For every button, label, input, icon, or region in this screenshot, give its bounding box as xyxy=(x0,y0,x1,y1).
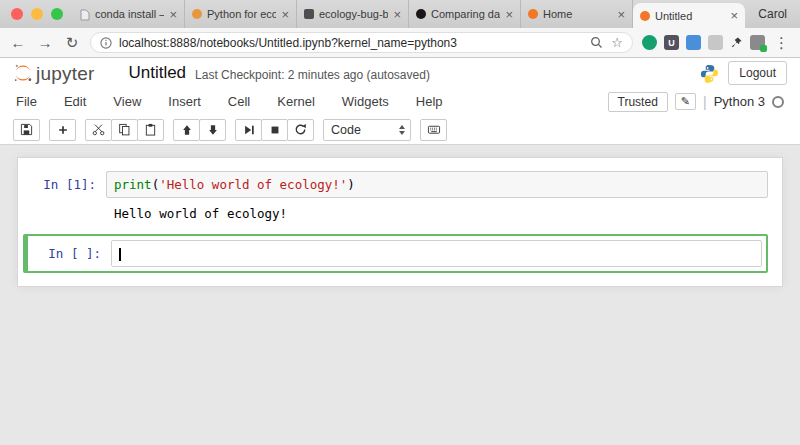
plus-icon xyxy=(57,124,69,136)
jupyter-logo-icon xyxy=(13,63,33,83)
copy-icon xyxy=(118,123,131,136)
extension-icon-ublock[interactable]: U xyxy=(664,35,679,50)
url-text[interactable]: localhost:8888/notebooks/Untitled.ipynb?… xyxy=(119,36,583,50)
code-paren: ) xyxy=(347,177,355,192)
menu-edit[interactable]: Edit xyxy=(64,94,86,109)
pin-icon[interactable] xyxy=(730,36,743,49)
dropdown-caret-icon xyxy=(399,125,405,135)
tab-close-icon[interactable]: × xyxy=(169,8,177,21)
edit-title-pencil-icon[interactable]: ✎ xyxy=(675,93,696,110)
jupyter-favicon-icon xyxy=(640,11,650,21)
page-info-icon[interactable] xyxy=(100,37,112,49)
jupyter-logo[interactable]: jupyter xyxy=(13,63,94,83)
notebook-title[interactable]: Untitled xyxy=(128,63,186,83)
menu-kernel[interactable]: Kernel xyxy=(277,94,315,109)
extension-icon-gray[interactable] xyxy=(708,35,723,50)
run-icon xyxy=(243,124,255,136)
cut-cell-button[interactable] xyxy=(85,119,112,141)
browser-tab-ecology-bug-bbq[interactable]: ecology-bug-bbq × xyxy=(297,0,409,28)
site-favicon-icon xyxy=(192,9,202,19)
code-cell-1[interactable]: In [1]: print('Hello world of ecology!') xyxy=(18,171,782,198)
keyboard-icon xyxy=(427,123,441,136)
arrow-down-icon xyxy=(207,124,219,136)
reload-icon[interactable]: ↻ xyxy=(63,35,81,50)
code-cell-2-selected[interactable]: In [ ]: xyxy=(23,234,768,273)
bookmark-star-icon[interactable]: ☆ xyxy=(611,36,623,49)
browser-tab-untitled-active[interactable]: Untitled × xyxy=(633,3,745,28)
restart-kernel-button[interactable] xyxy=(287,119,314,141)
save-icon xyxy=(20,123,33,136)
forward-icon[interactable]: → xyxy=(36,35,54,50)
document-favicon-icon xyxy=(80,9,90,19)
tab-close-icon[interactable]: × xyxy=(281,8,289,21)
cell-type-dropdown[interactable]: Code xyxy=(323,119,411,141)
menu-file[interactable]: File xyxy=(16,94,37,109)
github-favicon-icon xyxy=(416,9,426,19)
tab-close-icon[interactable]: × xyxy=(393,8,401,21)
close-window-button[interactable] xyxy=(11,8,23,20)
tab-close-icon[interactable]: × xyxy=(617,8,625,21)
browser-tab-comparing-datac[interactable]: Comparing dataca × xyxy=(409,0,521,28)
code-string: 'Hello world of ecology!' xyxy=(159,177,347,192)
kernel-name: Python 3 xyxy=(714,94,765,109)
python-logo-icon xyxy=(700,64,719,83)
restart-icon xyxy=(294,123,307,136)
tab-strip: conda install — C × Python for ecolog × … xyxy=(73,0,745,28)
cell-1-output-area: Hello world of ecology! xyxy=(18,198,782,232)
browser-window: conda install — C × Python for ecolog × … xyxy=(0,0,800,445)
tab-title: Untitled xyxy=(655,10,725,22)
code-input-1[interactable]: print('Hello world of ecology!') xyxy=(106,171,768,198)
output-prompt-spacer xyxy=(18,206,106,221)
paste-cell-button[interactable] xyxy=(137,119,164,141)
browser-tab-conda-install[interactable]: conda install — C × xyxy=(73,0,185,28)
input-prompt: In [1]: xyxy=(18,171,106,192)
url-bar[interactable]: localhost:8888/notebooks/Untitled.ipynb?… xyxy=(90,32,633,53)
site-favicon-icon xyxy=(304,9,314,19)
minimize-window-button[interactable] xyxy=(31,8,43,20)
back-icon[interactable]: ← xyxy=(9,35,27,50)
kernel-divider: | xyxy=(703,94,707,110)
extension-icon-green[interactable] xyxy=(642,35,657,50)
menu-insert[interactable]: Insert xyxy=(168,94,201,109)
move-cell-up-button[interactable] xyxy=(173,119,200,141)
jupyter-favicon-icon xyxy=(528,9,538,19)
move-cell-down-button[interactable] xyxy=(199,119,226,141)
tab-close-icon[interactable]: × xyxy=(505,8,513,21)
trusted-button[interactable]: Trusted xyxy=(608,92,668,112)
notebook-container: In [1]: print('Hello world of ecology!')… xyxy=(17,157,783,287)
browser-tab-bar: conda install — C × Python for ecolog × … xyxy=(0,0,800,28)
menu-view[interactable]: View xyxy=(113,94,141,109)
run-cell-button[interactable] xyxy=(235,119,262,141)
command-palette-button[interactable] xyxy=(420,119,447,141)
notebook-menu-bar: File Edit View Insert Cell Kernel Widget… xyxy=(0,88,800,115)
tab-title: Python for ecolog xyxy=(207,8,276,20)
interrupt-kernel-button[interactable] xyxy=(261,119,288,141)
save-button[interactable] xyxy=(13,119,40,141)
extension-icons: U ⋮ xyxy=(642,34,791,52)
browser-menu-icon[interactable]: ⋮ xyxy=(772,34,791,52)
extension-icon-blue[interactable] xyxy=(686,35,701,50)
checkpoint-status: Last Checkpoint: 2 minutes ago (autosave… xyxy=(195,68,430,82)
add-cell-button[interactable] xyxy=(49,119,76,141)
cell-output-text: Hello world of ecology! xyxy=(106,206,768,221)
input-prompt: In [ ]: xyxy=(32,240,111,261)
logout-button[interactable]: Logout xyxy=(728,61,787,85)
menu-cell[interactable]: Cell xyxy=(228,94,250,109)
clipboard-icon xyxy=(144,123,157,136)
fullscreen-window-button[interactable] xyxy=(51,8,63,20)
stop-icon xyxy=(269,124,281,136)
profile-name[interactable]: Carol xyxy=(745,0,800,28)
tab-title: conda install — C xyxy=(95,8,164,20)
cell-type-value: Code xyxy=(331,123,361,137)
browser-tab-home[interactable]: Home × xyxy=(521,0,633,28)
browser-tab-python-for-ecology[interactable]: Python for ecolog × xyxy=(185,0,297,28)
menu-widgets[interactable]: Widgets xyxy=(342,94,389,109)
menu-help[interactable]: Help xyxy=(416,94,443,109)
zoom-icon[interactable] xyxy=(590,36,603,49)
copy-cell-button[interactable] xyxy=(111,119,138,141)
code-input-2[interactable] xyxy=(111,240,762,267)
tab-title: Comparing dataca xyxy=(431,8,500,20)
profile-badge-icon[interactable] xyxy=(750,35,765,50)
tab-close-icon[interactable]: × xyxy=(730,9,738,22)
arrow-up-icon xyxy=(181,124,193,136)
